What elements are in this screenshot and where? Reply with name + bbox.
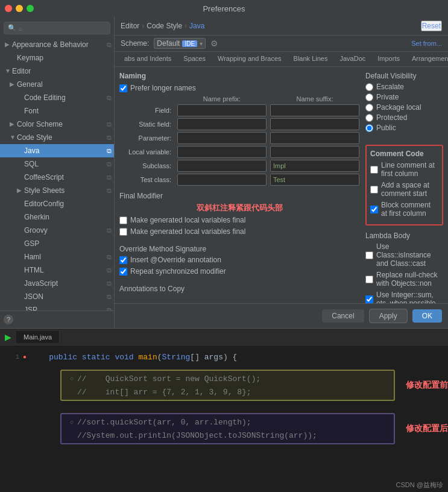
breadcrumb-sep2: › [185,22,187,30]
use-class-instance-checkbox[interactable] [365,251,373,259]
insert-override-row: Insert @Override annotation [119,256,359,264]
tab-blank-lines[interactable]: Blank Lines [288,52,334,66]
reset-button[interactable]: Reset [421,20,442,31]
add-space-row: Add a space at comment start [370,181,438,198]
editor-tab[interactable]: Main.java [16,331,60,343]
protected-radio[interactable] [365,114,373,122]
tab-indents[interactable]: abs and Indents [118,52,177,66]
sidebar-item-jsp[interactable]: JSP ⧉ [0,303,114,311]
prefer-longer-names-checkbox[interactable] [119,84,127,92]
escalate-radio[interactable] [365,83,373,91]
block-comment-checkbox[interactable] [370,206,378,213]
default-visibility-section: Default Visibility Escalate Private Pack… [365,72,443,134]
sidebar-item-sql[interactable]: SQL ⧉ [0,157,114,171]
main-content: Editor › Code Style › Java Reset Scheme:… [115,17,448,328]
search-input[interactable] [19,25,106,32]
sidebar-item-javascript[interactable]: JavaScript ⧉ [0,277,114,290]
field-suffix-input[interactable] [270,104,359,116]
apply-button[interactable]: Apply [369,309,408,323]
sidebar-tree: ▶ Appearance & Behavior ⧉ Keymap ▼ Edito… [0,37,114,311]
sidebar-item-general[interactable]: ▶ General [0,78,114,91]
tab-arrangement[interactable]: Arrangement [406,52,448,66]
package-local-radio[interactable] [365,104,373,112]
line-comment-row: Line comment at first column [370,161,438,178]
repeat-synchronized-checkbox[interactable] [119,268,127,276]
make-local-vars-final-checkbox[interactable] [119,216,127,224]
tab-imports[interactable]: Imports [371,52,406,66]
repeat-synchronized-row: Repeat synchronized modifier [119,267,359,276]
run-button[interactable]: ▶ [5,332,11,342]
private-radio-row: Private [365,93,443,101]
make-params-final-label: Make generated local variables final [130,227,245,236]
code-area: 1 ● public static void main(String[] arg… [0,345,448,492]
use-integer-sum-checkbox[interactable] [365,295,373,303]
make-params-final-checkbox[interactable] [119,228,127,236]
help-button[interactable]: ? [4,315,13,324]
static-suffix-input[interactable] [270,118,359,130]
sidebar-item-json[interactable]: JSON ⧉ [0,290,114,303]
sidebar-item-appearance[interactable]: ▶ Appearance & Behavior ⧉ [0,38,114,51]
param-prefix-input[interactable] [177,132,267,144]
sidebar-item-haml[interactable]: Haml ⧉ [0,250,114,263]
test-prefix-input[interactable] [177,174,267,186]
set-from-link[interactable]: Set from... [411,40,442,47]
local-prefix-input[interactable] [177,146,267,158]
replace-null-check-checkbox[interactable] [365,276,373,283]
sidebar-item-code-editing[interactable]: Code Editing ⧉ [0,91,114,104]
sidebar-item-gherkin[interactable]: Gherkin [0,210,114,224]
cancel-button[interactable]: Cancel [322,309,364,323]
annotations-to-copy-section: Annotations to Copy [119,285,359,295]
arrow-icon: ▶ [17,185,23,196]
add-space-checkbox[interactable] [370,186,378,194]
subclass-prefix-input[interactable] [177,160,267,172]
tab-javadoc[interactable]: JavaDoc [333,52,371,66]
sidebar-item-font[interactable]: Font [0,104,114,118]
naming-grid: Name prefix: Name suffix: Field: Static … [119,95,359,186]
gear-icon[interactable]: ⚙ [210,39,218,48]
scheme-select[interactable]: Default IDE ▾ [154,38,206,49]
breadcrumb-bar: Editor › Code Style › Java Reset [115,17,448,36]
sidebar-item-style-sheets[interactable]: ▶ Style Sheets ⧉ [0,184,114,197]
scheme-value: Default [157,39,180,48]
copy-icon: ⧉ [107,159,112,169]
ok-button[interactable]: OK [412,309,442,323]
private-radio[interactable] [365,93,373,101]
sidebar-item-gsp[interactable]: GSP [0,237,114,250]
close-button[interactable] [5,5,12,12]
minimize-button[interactable] [16,5,23,12]
before-line-1: ◇ // QuickSort sort = new QuickSort(); [65,372,390,385]
line-comment-checkbox[interactable] [370,166,378,174]
breadcrumb-java: Java [189,22,204,30]
sidebar-item-keymap[interactable]: Keymap [0,51,114,65]
naming-header: Naming [119,72,359,80]
tab-spaces[interactable]: Spaces [177,52,212,66]
sidebar-item-coffeescript[interactable]: CoffeeScript ⧉ [0,171,114,184]
sidebar-item-color-scheme[interactable]: ▶ Color Scheme ⧉ [0,118,114,131]
sidebar-item-code-style[interactable]: ▼ Code Style ⧉ [0,131,114,144]
insert-override-checkbox[interactable] [119,256,127,264]
field-prefix-input[interactable] [177,104,267,116]
search-icon: 🔍 [8,24,16,32]
field-label-test: Test class: [119,176,174,183]
final-modifier-title: Final Modifier [119,192,359,200]
static-prefix-input[interactable] [177,118,267,130]
tab-wrapping[interactable]: Wrapping and Braces [212,52,288,66]
copy-icon: ⧉ [107,278,112,289]
param-suffix-input[interactable] [270,132,359,144]
sidebar-item-editorconfig[interactable]: EditorConfig [0,197,114,210]
tabs-bar: abs and Indents Spaces Wrapping and Brac… [115,52,448,67]
test-suffix-input[interactable] [270,174,359,186]
sidebar-item-editor[interactable]: ▼ Editor [0,65,114,78]
search-box[interactable]: 🔍 [4,22,110,34]
sidebar-item-java[interactable]: Java ⧉ [0,144,114,157]
subclass-suffix-input[interactable] [270,160,359,172]
breadcrumb-sep1: › [142,22,144,30]
code-editor-panel: ▶ Main.java 1 ● public static void main(… [0,329,448,492]
local-suffix-input[interactable] [270,146,359,158]
sidebar-item-html[interactable]: HTML ⧉ [0,263,114,277]
before-line-2: // int[] arr = {7, 2, 1, 3, 9, 8}; [65,385,390,399]
maximize-button[interactable] [27,5,34,12]
public-radio[interactable] [365,124,373,132]
scheme-dropdown-icon: ▾ [200,40,203,47]
sidebar-item-groovy[interactable]: Groovy ⧉ [0,224,114,237]
